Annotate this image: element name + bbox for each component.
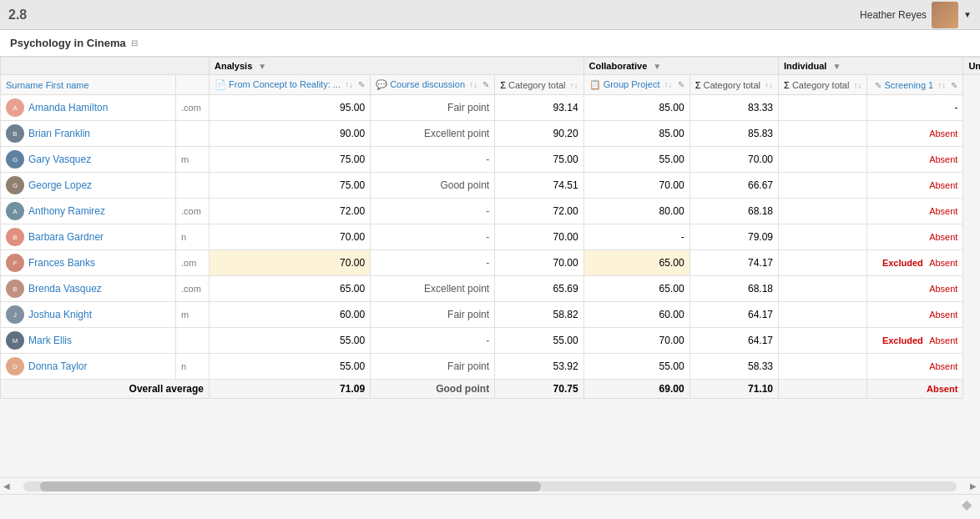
cat-total2-sort-icon[interactable]: ↑↓ bbox=[765, 81, 773, 90]
group-proj-cell[interactable]: 55.00 bbox=[583, 147, 690, 173]
screening1-edit2-icon[interactable]: ✎ bbox=[951, 81, 957, 90]
user-section[interactable]: Heather Reyes ▼ bbox=[860, 2, 972, 28]
from-concept-cell[interactable]: 75.00 bbox=[210, 147, 371, 173]
group-proj-label[interactable]: Group Project bbox=[604, 79, 660, 89]
footer-bar: ◆ bbox=[0, 494, 980, 514]
group-proj-header: 📋 Group Project ↑↓ ✎ bbox=[583, 75, 690, 95]
cat-total3-sort-icon[interactable]: ↑↓ bbox=[853, 81, 861, 90]
cat-total1-label[interactable]: Category total bbox=[508, 80, 565, 90]
student-name-cell[interactable]: J Joshua Knight bbox=[1, 302, 176, 328]
cat-total3-header: Σ Category total ↑↓ bbox=[779, 75, 867, 95]
student-name-link[interactable]: Barbara Gardner bbox=[28, 231, 104, 243]
student-name-link[interactable]: Amanda Hamilton bbox=[28, 102, 108, 113]
from-concept-cell[interactable]: 55.00 bbox=[210, 328, 371, 354]
screening1-sort-icon[interactable]: ↑↓ bbox=[937, 81, 946, 90]
collaborative-collapse-icon[interactable]: ▼ bbox=[653, 62, 661, 71]
course-disc-label[interactable]: Course discussion bbox=[390, 79, 465, 89]
scroll-left-icon[interactable]: ◀ bbox=[3, 481, 10, 491]
concept-sort-icon[interactable]: ↑↓ bbox=[345, 80, 353, 89]
cat-total3-cell bbox=[779, 173, 867, 199]
table-wrapper[interactable]: Analysis ▼ Collaborative ▼ Individual bbox=[0, 57, 980, 477]
proj-sort-icon[interactable]: ↑↓ bbox=[664, 80, 673, 89]
from-concept-cell[interactable]: 75.00 bbox=[210, 173, 371, 199]
from-concept-cell[interactable]: 72.00 bbox=[210, 199, 371, 224]
student-name-cell[interactable]: G Gary Vasquez bbox=[1, 147, 176, 173]
from-concept-label[interactable]: From Concept to Reality: ... bbox=[229, 79, 341, 89]
from-concept-cell[interactable]: 90.00 bbox=[210, 121, 371, 147]
student-name-cell[interactable]: B Brian Franklin bbox=[1, 121, 176, 147]
table-row: A Amanda Hamilton .com 95.00 Fair point … bbox=[1, 95, 981, 121]
group-proj-cell[interactable]: 85.00 bbox=[583, 121, 690, 147]
student-name-cell[interactable]: M Mark Ellis bbox=[1, 328, 176, 354]
cat-total3-cell bbox=[779, 302, 867, 328]
student-name-link[interactable]: Frances Banks bbox=[28, 257, 95, 269]
diamond-icon[interactable]: ◆ bbox=[962, 496, 972, 512]
from-concept-cell[interactable]: 65.00 bbox=[210, 276, 371, 302]
disc-edit-icon[interactable]: ✎ bbox=[482, 80, 489, 89]
table-row: J Joshua Knight m 60.00 Fair point 58.82… bbox=[1, 302, 981, 328]
course-disc-cell: Fair point bbox=[371, 302, 495, 328]
analysis-collapse-icon[interactable]: ▼ bbox=[258, 62, 266, 71]
dropdown-arrow-icon[interactable]: ▼ bbox=[963, 10, 972, 19]
from-concept-cell[interactable]: 60.00 bbox=[210, 302, 371, 328]
student-name-cell[interactable]: B Brenda Vasquez bbox=[1, 276, 176, 302]
email-cell bbox=[176, 173, 210, 199]
student-name-link[interactable]: Mark Ellis bbox=[28, 335, 72, 346]
group-proj-cell[interactable]: 80.00 bbox=[583, 199, 690, 224]
student-name-link[interactable]: Donna Taylor bbox=[28, 360, 88, 372]
disc-sort-icon[interactable]: ↑↓ bbox=[469, 80, 477, 89]
student-name-cell[interactable]: B Barbara Gardner bbox=[1, 224, 176, 250]
cat-total3-cell bbox=[779, 199, 867, 224]
student-name-cell[interactable]: A Amanda Hamilton bbox=[1, 95, 176, 121]
screening-edit-icon[interactable]: ✎ bbox=[875, 81, 881, 90]
student-name-link[interactable]: Gary Vasquez bbox=[28, 154, 91, 165]
cat-total1-cell: 72.00 bbox=[495, 199, 583, 224]
from-concept-cell[interactable]: 55.00 bbox=[210, 354, 371, 380]
surname-firstname-header[interactable]: Surname First name bbox=[1, 75, 176, 95]
student-name-link[interactable]: Joshua Knight bbox=[28, 309, 92, 320]
cat-total2-label[interactable]: Category total bbox=[704, 80, 760, 90]
avg-disc: Good point bbox=[371, 380, 495, 399]
student-name-cell[interactable]: G George Lopez bbox=[1, 173, 176, 199]
course-title: Psychology in Cinema bbox=[10, 37, 126, 49]
group-proj-cell[interactable]: 70.00 bbox=[583, 328, 690, 354]
email-cell: .com bbox=[176, 276, 210, 302]
concept-edit-icon[interactable]: ✎ bbox=[358, 80, 365, 89]
bottom-scroll-area[interactable]: ◀ ▶ bbox=[0, 477, 980, 494]
group-proj-cell[interactable]: 70.00 bbox=[583, 173, 690, 199]
scroll-right-icon[interactable]: ▶ bbox=[970, 481, 977, 491]
collapse-icon[interactable]: ⊟ bbox=[131, 38, 138, 48]
excluded-badge: Excluded bbox=[882, 258, 923, 268]
cat-total1-sort-icon[interactable]: ↑↓ bbox=[570, 81, 578, 90]
student-name-link[interactable]: Brian Franklin bbox=[28, 128, 90, 139]
collaborative-group-header: Collaborative ▼ bbox=[583, 58, 778, 75]
scroll-thumb[interactable] bbox=[40, 481, 541, 491]
email-header bbox=[176, 75, 210, 95]
group-proj-cell[interactable]: 55.00 bbox=[583, 354, 690, 380]
group-proj-cell[interactable]: 65.00 bbox=[583, 250, 690, 276]
student-name-link[interactable]: George Lopez bbox=[28, 179, 92, 191]
user-name: Heather Reyes bbox=[860, 9, 927, 21]
group-proj-cell[interactable]: - bbox=[583, 224, 690, 250]
student-name-cell[interactable]: F Frances Banks bbox=[1, 250, 176, 276]
group-proj-cell[interactable]: 65.00 bbox=[583, 276, 690, 302]
from-concept-header: 📄 From Concept to Reality: ... ↑↓ ✎ bbox=[210, 75, 371, 95]
proj-edit-icon[interactable]: ✎ bbox=[678, 80, 684, 89]
from-concept-cell[interactable]: 70.00 bbox=[210, 250, 371, 276]
student-name-cell[interactable]: D Donna Taylor bbox=[1, 354, 176, 380]
absent-label: Absent bbox=[929, 180, 957, 190]
group-proj-cell[interactable]: 60.00 bbox=[583, 302, 690, 328]
main-container: Analysis ▼ Collaborative ▼ Individual bbox=[0, 57, 980, 514]
from-concept-cell[interactable]: 95.00 bbox=[210, 95, 371, 121]
individual-collapse-icon[interactable]: ▼ bbox=[832, 62, 841, 71]
group-proj-cell[interactable]: 85.00 bbox=[583, 95, 690, 121]
student-name-cell[interactable]: A Anthony Ramirez bbox=[1, 199, 176, 224]
cat-total3-label[interactable]: Category total bbox=[792, 80, 849, 90]
screening1-label[interactable]: Screening 1 bbox=[885, 80, 934, 90]
from-concept-cell[interactable]: 70.00 bbox=[210, 224, 371, 250]
cat-total3-cell bbox=[779, 121, 867, 147]
student-name-link[interactable]: Brenda Vasquez bbox=[28, 283, 102, 295]
student-name-link[interactable]: Anthony Ramirez bbox=[28, 205, 105, 217]
scroll-track[interactable] bbox=[23, 481, 957, 491]
course-disc-cell: Good point bbox=[371, 173, 495, 199]
